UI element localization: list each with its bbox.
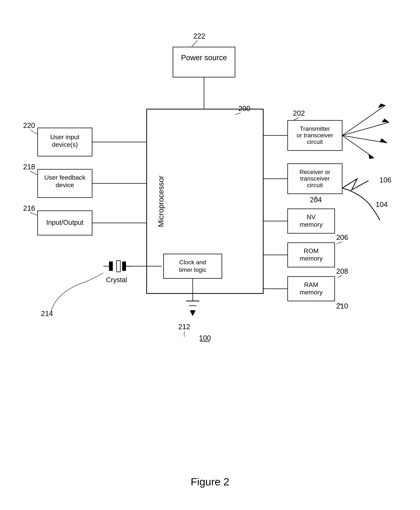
svg-text:circuit: circuit [307,138,323,145]
svg-text:Figure 2: Figure 2 [191,476,229,488]
svg-text:106: 106 [379,176,391,184]
svg-text:210: 210 [336,302,348,310]
svg-text:218: 218 [23,163,35,171]
svg-text:208: 208 [336,267,348,275]
svg-text:timer logic: timer logic [179,266,206,273]
svg-line-60 [337,242,342,244]
svg-line-33 [293,118,299,120]
svg-text:212: 212 [178,323,190,331]
svg-text:device(s): device(s) [52,141,78,148]
svg-line-80 [30,171,38,175]
svg-text:200: 200 [238,105,250,113]
svg-rect-0 [173,47,235,77]
svg-marker-41 [368,154,374,159]
svg-text:RAM: RAM [304,281,318,288]
svg-text:Input/Output: Input/Output [46,219,83,226]
svg-text:memory: memory [300,221,323,228]
svg-text:220: 220 [23,122,35,129]
svg-line-34 [342,105,385,136]
svg-text:circuit: circuit [307,182,323,189]
svg-text:memory: memory [300,289,323,296]
svg-line-3 [192,40,197,47]
svg-rect-21 [117,260,120,272]
diagram-container: Power source 222 Microprocessor 200 Cloc… [0,0,420,510]
svg-rect-9 [164,254,222,278]
svg-text:100: 100 [199,334,211,342]
svg-text:Receiver or: Receiver or [300,168,330,175]
svg-rect-20 [109,261,113,271]
svg-text:104: 104 [376,200,388,208]
svg-text:202: 202 [293,109,305,117]
svg-text:206: 206 [336,234,348,241]
svg-text:or transceiver: or transceiver [297,132,333,139]
svg-text:Crystal: Crystal [106,276,127,284]
svg-text:Power source: Power source [181,53,227,62]
svg-line-74 [30,130,38,135]
svg-line-35 [342,122,389,136]
svg-text:216: 216 [23,204,35,212]
svg-text:device: device [56,181,74,189]
svg-marker-40 [380,138,387,143]
svg-text:memory: memory [300,255,323,262]
svg-line-85 [30,213,38,215]
svg-line-66 [338,276,342,277]
svg-text:Transmitter: Transmitter [300,125,330,132]
diagram-svg: Power source 222 Microprocessor 200 Cloc… [0,0,420,510]
svg-line-37 [342,136,374,158]
svg-text:NV: NV [307,213,316,221]
svg-text:transceiver: transceiver [300,175,330,182]
svg-text:ROM: ROM [304,247,318,254]
svg-text:User feedback: User feedback [44,174,86,181]
svg-text:User input: User input [50,133,80,141]
svg-text:Microprocessor: Microprocessor [157,175,165,227]
svg-marker-39 [382,119,389,122]
svg-text:222: 222 [193,32,205,40]
svg-marker-16 [190,310,195,316]
svg-rect-22 [122,261,126,271]
svg-text:Clock and: Clock and [179,259,206,266]
